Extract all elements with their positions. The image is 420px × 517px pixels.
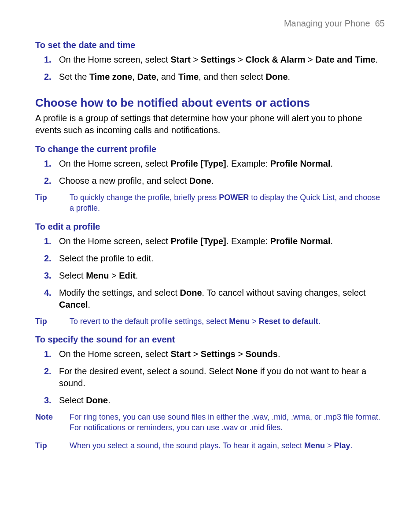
ui-label: Reset to default [259, 317, 318, 326]
ui-label: Edit [119, 271, 136, 280]
tip-callout: Tip To quickly change the profile, brief… [35, 192, 385, 214]
ui-label: POWER [219, 193, 249, 202]
ui-label: Done [86, 395, 108, 405]
ui-label: Start [170, 349, 191, 359]
ui-label: Done [189, 176, 211, 186]
section-title: Managing your Phone [284, 19, 370, 28]
step-text: For the desired event, select a sound. S… [59, 366, 236, 376]
step-text: Modify the settings, and select [59, 288, 180, 298]
step-text: Select [59, 395, 86, 405]
step-item: 1. On the Home screen, select Profile [T… [59, 235, 385, 247]
ui-label: Done [180, 288, 202, 298]
page-header: Managing your Phone 65 [35, 18, 385, 30]
steps-change-profile: 1. On the Home screen, select Profile [T… [35, 158, 385, 187]
sep: , [132, 72, 137, 82]
ui-label: Date [137, 72, 156, 82]
sub-heading-change-profile: To change the current profile [35, 143, 385, 155]
sub-heading-specify-sound: To specify the sound for an event [35, 334, 385, 346]
ui-label: Play [334, 441, 350, 450]
step-number: 3. [44, 394, 52, 406]
step-text: Set the [59, 72, 89, 82]
ui-label: Menu [86, 271, 109, 280]
tip-part: To quickly change the profile, briefly p… [70, 193, 219, 202]
tip-text: When you select a sound, the sound plays… [70, 440, 385, 451]
ui-label: Profile [Type] [170, 159, 226, 168]
step-number: 2. [44, 253, 52, 264]
main-heading-notifications: Choose how to be notified about events o… [35, 95, 385, 111]
ui-label: Time zone [89, 72, 132, 82]
punct: . [88, 300, 91, 309]
sep: > [325, 441, 334, 450]
step-item: 3. Select Menu > Edit. [59, 270, 385, 282]
punct: . [318, 317, 321, 326]
tip-part: To revert to the default profile setting… [70, 317, 229, 326]
step-item: 1. On the Home screen, select Profile [T… [59, 158, 385, 170]
step-text: Choose a new profile, and select [59, 176, 189, 186]
step-number: 2. [44, 175, 52, 187]
steps-specify-sound: 1. On the Home screen, select Start > Se… [35, 348, 385, 406]
page-number: 65 [375, 19, 385, 28]
sep: > [109, 271, 119, 280]
ui-label: Profile [Type] [170, 236, 226, 246]
step-number: 1. [44, 348, 52, 360]
note-text: For ring tones, you can use sound files … [70, 412, 385, 433]
sep: > [236, 55, 246, 64]
ui-label: Cancel [59, 300, 88, 309]
step-item: 2. For the desired event, select a sound… [59, 365, 385, 389]
note-callout: Note For ring tones, you can use sound f… [35, 412, 385, 433]
step-number: 2. [44, 365, 52, 377]
ui-label: Sounds [246, 349, 278, 359]
sep: > [191, 349, 201, 359]
ui-label: Date and Time [315, 55, 375, 64]
step-item: 4. Modify the settings, and select Done.… [59, 287, 385, 311]
ui-label: Menu [229, 317, 250, 326]
punct: . [350, 441, 353, 450]
tip-part: When you select a sound, the sound plays… [70, 441, 304, 450]
step-item: 1. On the Home screen, select Start > Se… [59, 54, 385, 66]
tip-text: To quickly change the profile, briefly p… [70, 192, 385, 214]
step-item: 2. Select the profile to edit. [59, 253, 385, 264]
note-label: Note [35, 412, 70, 422]
step-text: . To cancel without saving changes, sele… [202, 288, 366, 298]
sep: > [250, 317, 259, 326]
sub-heading-edit-profile: To edit a profile [35, 221, 385, 233]
punct: . [211, 176, 214, 186]
sep: . Example: [226, 159, 270, 168]
steps-date-time: 1. On the Home screen, select Start > Se… [35, 54, 385, 83]
punct: . [331, 236, 333, 246]
tip-label: Tip [35, 192, 70, 203]
steps-edit-profile: 1. On the Home screen, select Profile [T… [35, 235, 385, 311]
punct: . [278, 349, 280, 359]
punct: . [376, 55, 378, 64]
step-item: 3. Select Done. [59, 394, 385, 406]
tip-label: Tip [35, 440, 70, 451]
punct: . [108, 395, 111, 405]
step-text: On the Home screen, select [59, 349, 170, 359]
sep: . Example: [226, 236, 270, 246]
sep: > [191, 55, 201, 64]
intro-paragraph: A profile is a group of settings that de… [35, 112, 385, 136]
step-item: 1. On the Home screen, select Start > Se… [59, 348, 385, 360]
punct: . [288, 72, 291, 82]
sep: > [306, 55, 316, 64]
ui-label: Settings [201, 349, 236, 359]
step-text: On the Home screen, select [59, 236, 170, 246]
step-text: On the Home screen, select [59, 55, 170, 64]
ui-label: Start [170, 55, 191, 64]
step-number: 1. [44, 158, 52, 170]
punct: . [331, 159, 333, 168]
ui-label: Time [178, 72, 199, 82]
step-number: 1. [44, 235, 52, 247]
step-number: 3. [44, 270, 52, 282]
ui-label: Menu [304, 441, 325, 450]
tip-label: Tip [35, 316, 70, 327]
sep: , and then select [199, 72, 265, 82]
step-item: 2. Set the Time zone, Date, and Time, an… [59, 71, 385, 83]
punct: . [136, 271, 138, 280]
tip-text: To revert to the default profile setting… [70, 316, 385, 327]
step-number: 2. [44, 71, 52, 83]
ui-label: Done [266, 72, 288, 82]
step-text: Select [59, 271, 86, 280]
ui-label: Settings [201, 55, 236, 64]
step-item: 2. Choose a new profile, and select Done… [59, 175, 385, 187]
